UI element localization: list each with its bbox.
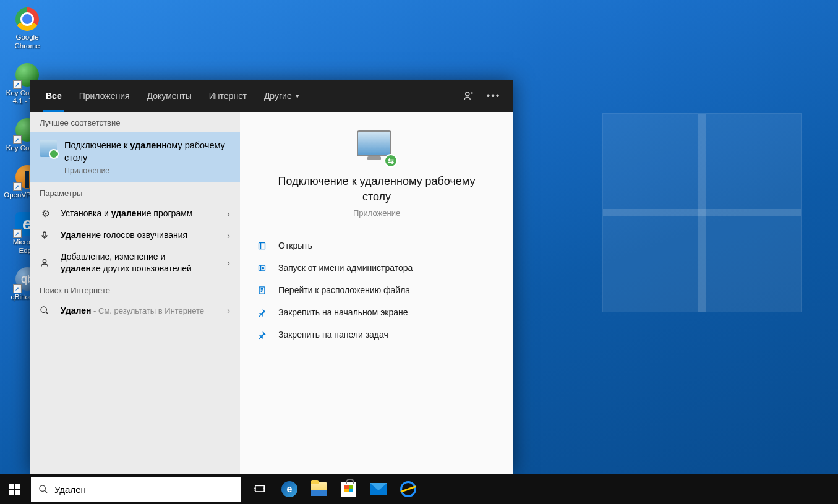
action-label: Открыть xyxy=(278,241,312,250)
svg-rect-1 xyxy=(43,232,46,236)
web-search-result[interactable]: Удален - См. результаты в Интернете › xyxy=(30,300,240,322)
detail-subtitle: Приложение xyxy=(252,208,501,218)
svg-point-0 xyxy=(466,92,469,96)
action-pin-start[interactable]: Закрепить на начальном экране xyxy=(240,301,513,323)
taskbar-search[interactable] xyxy=(31,477,241,502)
rdp-large-icon: ⇆ xyxy=(357,130,396,164)
search-tabs: Все Приложения Документы Интернет Другие… xyxy=(30,80,513,112)
open-icon xyxy=(257,241,268,250)
feedback-icon[interactable] xyxy=(456,83,481,108)
pin-icon xyxy=(257,330,268,340)
desktop-icon-chrome[interactable]: Google Chrome xyxy=(2,6,52,51)
svg-rect-9 xyxy=(255,485,264,492)
search-input[interactable] xyxy=(54,484,234,495)
action-label: Запуск от имени администратора xyxy=(278,263,413,273)
taskbar: e xyxy=(0,474,838,504)
action-open[interactable]: Открыть xyxy=(240,234,513,257)
setting-install-uninstall[interactable]: ⚙ Установка и удаление программ › xyxy=(30,203,240,224)
detail-title: Подключение к удаленному рабочему столу xyxy=(271,174,482,205)
section-settings: Параметры xyxy=(30,182,240,203)
rdp-icon xyxy=(40,140,57,157)
setting-user-accounts[interactable]: Добавление, изменение иудаление других п… xyxy=(30,246,240,280)
pin-icon xyxy=(257,308,268,317)
microphone-icon xyxy=(40,231,52,241)
tab-other[interactable]: Другие▼ xyxy=(255,80,309,112)
tab-apps[interactable]: Приложения xyxy=(71,80,139,112)
setting-label: Добавление, изменение иудаление других п… xyxy=(61,251,218,275)
action-run-admin[interactable]: Запуск от имени администратора xyxy=(240,257,513,279)
section-web: Поиск в Интернете xyxy=(30,280,240,300)
search-flyout: Все Приложения Документы Интернет Другие… xyxy=(30,80,513,474)
taskbar-store[interactable] xyxy=(334,474,364,504)
tab-all[interactable]: Все xyxy=(37,80,71,112)
action-label: Перейти к расположению файла xyxy=(278,285,410,295)
folder-icon xyxy=(257,286,268,295)
svg-point-3 xyxy=(41,307,46,312)
web-label: Удален - См. результаты в Интернете xyxy=(61,305,218,317)
action-label: Закрепить на начальном экране xyxy=(278,307,408,317)
action-label: Закрепить на панели задач xyxy=(278,330,388,340)
setting-remove-voices[interactable]: Удаление голосов озвучивания › xyxy=(30,224,240,246)
shield-icon xyxy=(257,263,268,273)
start-button[interactable] xyxy=(0,474,30,504)
chevron-right-icon: › xyxy=(227,258,230,268)
action-file-location[interactable]: Перейти к расположению файла xyxy=(240,279,513,301)
chevron-right-icon: › xyxy=(227,231,230,241)
chevron-right-icon: › xyxy=(227,209,230,219)
taskbar-ie[interactable] xyxy=(393,474,423,504)
search-detail-pane: ⇆ Подключение к удаленному рабочему стол… xyxy=(240,112,513,474)
setting-label: Установка и удаление программ xyxy=(61,208,218,220)
best-match-result[interactable]: Подключение к удаленному рабочему столу … xyxy=(30,132,240,182)
tab-docs[interactable]: Документы xyxy=(139,80,200,112)
setting-label: Удаление голосов озвучивания xyxy=(61,229,218,241)
best-match-subtitle: Приложение xyxy=(64,166,230,175)
taskbar-edge[interactable]: e xyxy=(275,474,304,504)
svg-rect-4 xyxy=(259,242,265,249)
search-results-list: Лучшее соответствие Подключение к удален… xyxy=(30,112,240,474)
best-match-title: Подключение к удаленному рабочему столу xyxy=(64,140,230,164)
chevron-right-icon: › xyxy=(227,305,230,315)
desktop-icon-label: Google Chrome xyxy=(4,33,51,51)
chevron-down-icon: ▼ xyxy=(294,93,301,100)
search-icon xyxy=(40,305,52,315)
action-pin-taskbar[interactable]: Закрепить на панели задач xyxy=(240,323,513,346)
windows-logo-icon xyxy=(9,484,20,495)
search-icon xyxy=(38,484,48,494)
tab-internet[interactable]: Интернет xyxy=(200,80,255,112)
taskbar-mail[interactable] xyxy=(364,474,393,504)
svg-point-2 xyxy=(43,260,46,263)
svg-point-8 xyxy=(40,485,45,491)
more-icon[interactable]: ••• xyxy=(481,83,506,108)
svg-point-6 xyxy=(262,267,264,269)
task-view-button[interactable] xyxy=(245,474,275,504)
user-icon xyxy=(40,258,52,268)
taskbar-explorer[interactable] xyxy=(304,474,334,504)
gear-icon: ⚙ xyxy=(40,208,52,220)
section-best-match: Лучшее соответствие xyxy=(30,112,240,132)
